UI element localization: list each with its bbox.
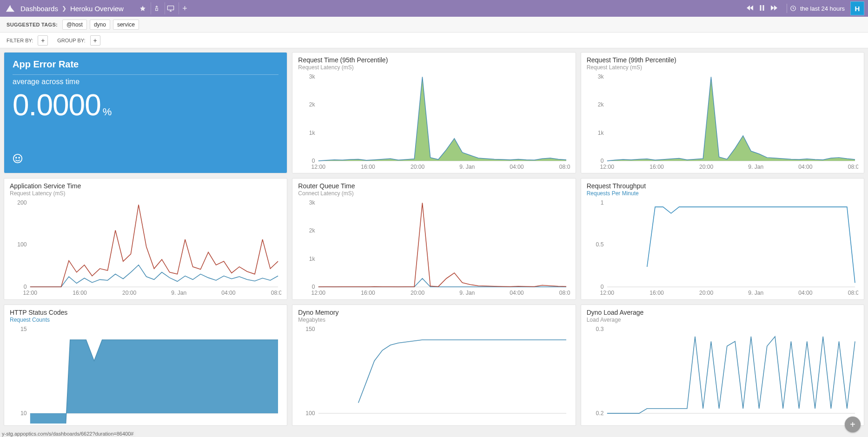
panel-p95[interactable]: Request Time (95th Percentile) Request L… [292, 52, 576, 173]
panel-throughput[interactable]: Request Throughput Requests Per Minute 0… [581, 178, 864, 299]
svg-text:9. Jan: 9. Jan [459, 164, 475, 170]
svg-text:100: 100 [306, 410, 315, 416]
smile-icon [13, 153, 278, 166]
pause-icon[interactable] [760, 5, 764, 12]
star-icon[interactable] [137, 2, 149, 14]
svg-rect-0 [168, 6, 174, 10]
svg-text:20:00: 20:00 [122, 290, 137, 297]
svg-text:15: 15 [20, 326, 27, 332]
svg-text:0.5: 0.5 [596, 242, 603, 248]
svg-text:16:00: 16:00 [361, 164, 376, 170]
svg-text:0: 0 [600, 284, 603, 290]
breadcrumb-current[interactable]: Heroku Overview [70, 5, 124, 13]
tag-service[interactable]: service [113, 20, 139, 30]
svg-text:04:00: 04:00 [221, 290, 236, 297]
panel-title: Application Service Time [10, 182, 281, 190]
panel-memory[interactable]: Dyno Memory Megabytes 100150 [292, 305, 576, 426]
svg-text:1k: 1k [597, 129, 604, 136]
display-icon[interactable] [165, 2, 177, 14]
timerange-picker[interactable]: the last 24 hours [790, 5, 845, 12]
add-filter-button[interactable]: + [38, 35, 48, 46]
panel-status-codes[interactable]: HTTP Status Codes Request Counts 1015 [4, 305, 287, 426]
add-icon[interactable]: + [179, 2, 191, 14]
rewind-icon[interactable] [747, 5, 753, 12]
svg-text:08:00: 08:00 [848, 164, 858, 170]
timerange-label: the last 24 hours [800, 5, 845, 12]
panel-title: HTTP Status Codes [10, 309, 281, 316]
svg-text:9. Jan: 9. Jan [171, 290, 186, 297]
panel-subtitle: average across time [13, 78, 278, 86]
suggested-tags-bar: SUGGESTED TAGS: @hostdynoservice [0, 17, 868, 33]
panel-queue[interactable]: Router Queue Time Connect Latency (mS) 0… [292, 178, 576, 299]
panel-title: Dyno Memory [298, 309, 570, 316]
clock-icon [790, 5, 796, 12]
svg-text:3k: 3k [309, 73, 316, 80]
svg-rect-2 [762, 5, 764, 11]
panel-title: App Error Rate [13, 59, 278, 75]
tag-dyno[interactable]: dyno [90, 20, 110, 30]
group-by-label: GROUP BY: [57, 38, 85, 43]
svg-text:04:00: 04:00 [510, 290, 524, 297]
svg-text:1k: 1k [309, 129, 316, 136]
svg-text:150: 150 [306, 326, 315, 332]
svg-text:16:00: 16:00 [361, 290, 376, 297]
app-logo[interactable] [4, 2, 17, 15]
svg-text:20:00: 20:00 [699, 290, 714, 297]
tag-host[interactable]: @host [62, 20, 87, 30]
svg-text:16:00: 16:00 [73, 290, 87, 297]
dashboard-actions: + [137, 2, 191, 14]
svg-point-6 [19, 158, 20, 159]
svg-text:0: 0 [24, 284, 27, 290]
panel-subtitle: Connect Latency (mS) [298, 190, 570, 197]
panel-error-rate[interactable]: App Error Rate average across time 0.000… [4, 52, 287, 173]
svg-text:0.3: 0.3 [596, 326, 603, 332]
panel-title: Dyno Load Average [587, 309, 858, 316]
error-rate-value: 0.0000% [13, 88, 278, 122]
panel-subtitle: Request Latency (mS) [587, 64, 858, 71]
svg-text:2k: 2k [309, 101, 316, 108]
playback-controls [747, 5, 777, 12]
svg-text:0: 0 [312, 284, 315, 290]
svg-text:2k: 2k [309, 228, 316, 234]
panel-title: Request Throughput [587, 182, 858, 190]
svg-text:0: 0 [312, 158, 315, 164]
share-icon[interactable] [151, 2, 163, 14]
top-bar: Dashboards ❯ Heroku Overview + the last … [0, 0, 868, 17]
panel-load[interactable]: Dyno Load Average Load Average 0.20.3 [581, 305, 864, 426]
svg-text:20:00: 20:00 [411, 290, 425, 297]
panel-svc-time[interactable]: Application Service Time Request Latency… [4, 178, 287, 299]
breadcrumb-root[interactable]: Dashboards [20, 5, 58, 13]
chevron-right-icon: ❯ [62, 5, 66, 12]
suggested-tags-label: SUGGESTED TAGS: [7, 22, 58, 27]
svg-text:12:00: 12:00 [600, 290, 614, 297]
svg-text:1k: 1k [309, 256, 316, 262]
panel-title: Router Queue Time [298, 182, 570, 190]
svg-text:12:00: 12:00 [311, 164, 326, 170]
svg-text:200: 200 [17, 199, 27, 206]
svg-text:20:00: 20:00 [411, 164, 425, 170]
svg-text:9. Jan: 9. Jan [748, 290, 763, 297]
svg-point-5 [16, 158, 17, 159]
panel-title: Request Time (95th Percentile) [298, 56, 570, 64]
svg-rect-1 [760, 5, 761, 11]
svg-text:08:00: 08:00 [559, 164, 570, 170]
panel-subtitle: Load Average [587, 317, 858, 323]
add-panel-fab[interactable]: + [845, 417, 861, 430]
add-group-button[interactable]: + [90, 35, 100, 46]
dashboard-grid: App Error Rate average across time 0.000… [0, 48, 868, 430]
svg-text:12:00: 12:00 [23, 290, 38, 297]
svg-text:0: 0 [600, 158, 603, 164]
svg-text:12:00: 12:00 [600, 164, 614, 170]
svg-text:100: 100 [17, 242, 27, 248]
avatar[interactable]: H [850, 1, 864, 15]
svg-text:08:00: 08:00 [848, 290, 858, 297]
filter-bar: FILTER BY: + GROUP BY: + [0, 33, 868, 48]
svg-text:12:00: 12:00 [311, 290, 326, 297]
panel-p99[interactable]: Request Time (99th Percentile) Request L… [581, 52, 864, 173]
svg-text:10: 10 [20, 410, 27, 416]
svg-text:16:00: 16:00 [649, 164, 664, 170]
filter-by-label: FILTER BY: [7, 38, 33, 43]
svg-text:9. Jan: 9. Jan [748, 164, 763, 170]
forward-icon[interactable] [771, 5, 777, 12]
svg-text:3k: 3k [309, 199, 316, 206]
